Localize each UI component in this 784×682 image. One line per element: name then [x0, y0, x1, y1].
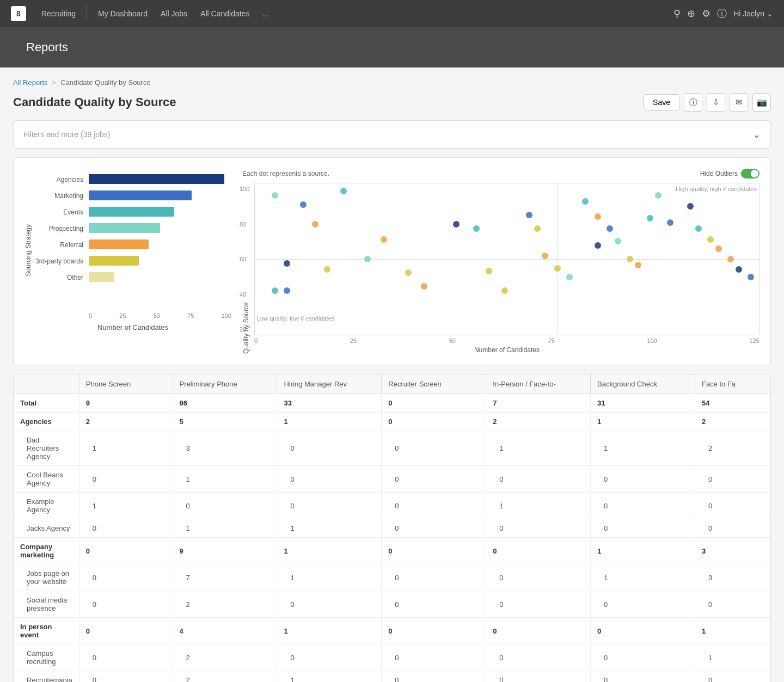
- table-cell-value[interactable]: 1: [79, 493, 173, 519]
- scatter-dot: [501, 287, 508, 294]
- table-cell-value[interactable]: 0: [695, 671, 770, 683]
- scatter-dot: [695, 225, 702, 232]
- filters-panel[interactable]: Filters and more (39 jobs) ⌄: [13, 120, 771, 149]
- table-cell-value: 0: [382, 413, 486, 431]
- table-cell-value[interactable]: 0: [79, 644, 173, 671]
- table-cell-value[interactable]: 0: [591, 493, 695, 519]
- table-cell-value: 2: [486, 413, 591, 431]
- table-cell-value[interactable]: 0: [486, 564, 591, 591]
- scatter-dot: [566, 274, 573, 280]
- table-cell-value[interactable]: 0: [591, 519, 695, 538]
- help-icon[interactable]: ⓘ: [717, 7, 727, 20]
- table-cell-value[interactable]: 1: [695, 644, 770, 671]
- table-cell-value[interactable]: 0: [695, 493, 770, 519]
- table-cell-value[interactable]: 0: [79, 466, 173, 493]
- breadcrumb-all-reports[interactable]: All Reports: [13, 78, 48, 87]
- table-cell-value[interactable]: 1: [79, 431, 173, 466]
- filters-label: Filters and more (39 jobs): [23, 130, 111, 139]
- table-cell-value[interactable]: 0: [382, 564, 486, 591]
- table-cell-value[interactable]: 7: [173, 564, 277, 591]
- table-cell-label: Example Agency: [14, 493, 79, 519]
- table-cell-value[interactable]: 0: [486, 519, 591, 538]
- table-cell-value[interactable]: 0: [591, 671, 695, 683]
- table-cell-value[interactable]: 0: [382, 644, 486, 671]
- bar-chart-wrapper: Sourcing Strategy Agencies Marketing Eve…: [24, 169, 231, 331]
- table-cell-value[interactable]: 1: [591, 564, 695, 591]
- table-cell-value[interactable]: 0: [79, 564, 173, 591]
- table-cell-value: 0: [79, 618, 173, 644]
- download-button[interactable]: ⇩: [707, 93, 725, 112]
- table-cell-value[interactable]: 1: [173, 519, 277, 538]
- hide-outliers-control[interactable]: Hide Outliers: [700, 169, 759, 179]
- help-report-button[interactable]: ⓘ: [684, 93, 702, 112]
- nav-item-dashboard[interactable]: My Dashboard: [91, 9, 154, 18]
- table-cell-value[interactable]: 1: [277, 671, 382, 683]
- bar-chart: Agencies Marketing Events Prospecting Re…: [34, 169, 231, 310]
- table-cell-value[interactable]: 2: [173, 591, 277, 618]
- nav-item-recruiting[interactable]: Recruiting: [35, 9, 82, 18]
- bar-y-axis-label: Sourcing Strategy: [24, 224, 32, 276]
- table-cell-value[interactable]: 1: [277, 519, 382, 538]
- table-cell-value[interactable]: 0: [173, 493, 277, 519]
- search-icon[interactable]: ⚲: [673, 8, 681, 20]
- table-cell-value[interactable]: 0: [695, 466, 770, 493]
- table-cell-value[interactable]: 2: [173, 644, 277, 671]
- table: Phone ScreenPreliminary PhoneHiring Mana…: [14, 374, 770, 682]
- table-cell-value: 0: [486, 618, 591, 644]
- table-cell-value: 0: [79, 538, 173, 564]
- breadcrumb-current: Candidate Quality by Source: [60, 78, 150, 87]
- nav-item-jobs[interactable]: All Jobs: [154, 9, 194, 18]
- table-cell-value: 1: [591, 538, 695, 564]
- outliers-toggle[interactable]: [741, 169, 759, 179]
- email-button[interactable]: ✉: [730, 93, 748, 112]
- table-cell-value[interactable]: 0: [382, 466, 486, 493]
- bar-label: Agencies: [34, 176, 89, 183]
- settings-icon[interactable]: ⚙: [702, 8, 710, 20]
- table-cell-value[interactable]: 0: [277, 466, 382, 493]
- table-cell-value[interactable]: 3: [695, 564, 770, 591]
- nav-item-candidates[interactable]: All Candidates: [194, 9, 256, 18]
- table-cell-value[interactable]: 0: [382, 591, 486, 618]
- scatter-dot: [554, 265, 561, 272]
- table-cell-value[interactable]: 0: [79, 671, 173, 683]
- table-cell-value[interactable]: 0: [591, 466, 695, 493]
- table-cell-value[interactable]: 3: [173, 431, 277, 466]
- table-cell-value[interactable]: 1: [486, 431, 591, 466]
- scatter-dot: [284, 260, 290, 267]
- table-cell-value[interactable]: 0: [382, 671, 486, 683]
- share-button[interactable]: 📷: [752, 93, 771, 112]
- table-cell-value[interactable]: 0: [591, 591, 695, 618]
- table-cell-value[interactable]: 1: [277, 564, 382, 591]
- table-cell-value[interactable]: 0: [486, 466, 591, 493]
- table-col-4: Recruiter Screen: [382, 374, 486, 394]
- table-cell-value[interactable]: 2: [695, 431, 770, 466]
- table-cell-value[interactable]: 0: [277, 493, 382, 519]
- table-cell-value[interactable]: 0: [79, 519, 173, 538]
- table-cell-value[interactable]: 0: [486, 644, 591, 671]
- table-cell-value: 1: [277, 618, 382, 644]
- table-cell-value[interactable]: 0: [695, 591, 770, 618]
- table-cell-value[interactable]: 0: [277, 644, 382, 671]
- scatter-dot: [324, 266, 330, 273]
- table-cell-value[interactable]: 1: [173, 466, 277, 493]
- table-cell-value[interactable]: 2: [173, 671, 277, 683]
- table-cell-value[interactable]: 0: [591, 644, 695, 671]
- table-cell-value[interactable]: 0: [277, 591, 382, 618]
- table-cell-value[interactable]: 0: [382, 431, 486, 466]
- save-button[interactable]: Save: [644, 94, 679, 110]
- breadcrumb-separator: >: [52, 78, 57, 87]
- table-cell-value[interactable]: 1: [486, 493, 591, 519]
- bar-row: Other: [34, 272, 231, 283]
- table-cell-value[interactable]: 0: [486, 591, 591, 618]
- table-cell-value[interactable]: 0: [79, 591, 173, 618]
- table-cell-value[interactable]: 0: [382, 519, 486, 538]
- scatter-dot: [542, 253, 548, 259]
- table-cell-value[interactable]: 1: [591, 431, 695, 466]
- table-cell-value[interactable]: 0: [277, 431, 382, 466]
- table-cell-value[interactable]: 0: [695, 519, 770, 538]
- table-cell-value[interactable]: 0: [382, 493, 486, 519]
- table-cell-value[interactable]: 0: [486, 671, 591, 683]
- user-menu[interactable]: Hi Jaclyn ⌄: [733, 9, 773, 18]
- nav-item-more[interactable]: ...: [256, 9, 275, 18]
- add-icon[interactable]: ⊕: [687, 8, 695, 20]
